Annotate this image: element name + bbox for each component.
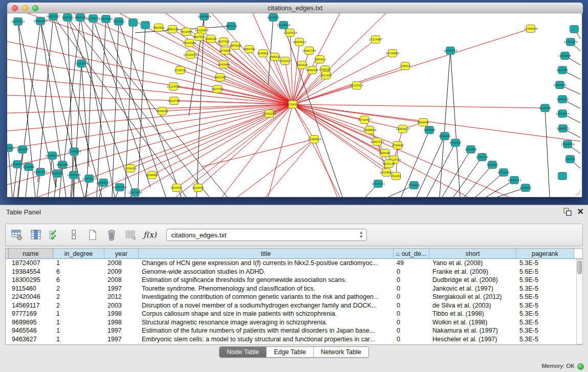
table-cell[interactable]: 2 <box>53 285 104 293</box>
table-cell[interactable]: 1998 <box>104 318 139 327</box>
table-cell[interactable]: 18724007 <box>9 259 53 268</box>
graph-node[interactable]: 9146821 <box>257 50 269 57</box>
graph-node[interactable]: 24055724 <box>11 18 25 26</box>
table-cell[interactable]: 22420046 <box>9 293 53 301</box>
graph-node[interactable]: 9329968 <box>559 52 571 60</box>
new-table-icon[interactable] <box>86 229 99 241</box>
graph-node[interactable]: 1393674 <box>16 146 29 154</box>
black-edge[interactable] <box>440 51 450 197</box>
graph-node[interactable]: 11548408 <box>524 25 537 33</box>
table-cell[interactable]: Jankovic et al. (1997) <box>429 285 516 293</box>
graph-node[interactable]: 16445794 <box>444 47 458 55</box>
table-cell[interactable]: 1998 <box>104 310 139 318</box>
red-edge[interactable] <box>266 139 314 197</box>
table-cell[interactable]: Franke et al. (2009) <box>429 268 516 276</box>
red-edge[interactable] <box>7 104 293 131</box>
graph-node[interactable]: 7663822 <box>153 24 164 32</box>
black-edge[interactable] <box>13 164 17 197</box>
graph-node[interactable]: 16782759 <box>113 184 126 191</box>
tab-node-table[interactable]: Node Table <box>220 347 267 357</box>
black-edge[interactable] <box>53 16 186 197</box>
red-edge[interactable] <box>202 139 314 167</box>
graph-node[interactable]: 17016504 <box>561 141 575 148</box>
graph-node[interactable]: 1615132 <box>383 160 395 168</box>
graph-node[interactable]: 1810755 <box>168 97 180 105</box>
graph-node[interactable]: 9245652 <box>519 184 531 192</box>
graph-node[interactable]: 1733426 <box>408 182 420 189</box>
table-row[interactable]: 946362711997Embryonic stem cells: a mode… <box>6 335 582 344</box>
graph-node[interactable]: 12923446 <box>128 189 142 196</box>
table-cell[interactable]: 1 <box>53 310 104 318</box>
table-cell[interactable]: Genome-wide association studies in ADHD. <box>139 268 394 276</box>
canvas-resize-grip[interactable] <box>574 189 581 196</box>
table-cell[interactable]: Hescheler et al. (1997) <box>429 335 516 344</box>
table-row[interactable]: 2242004622012Investigating the contribut… <box>6 293 582 301</box>
table-selector-dropdown[interactable]: citations_edges.txt ▲▼ <box>166 229 367 241</box>
graph-node[interactable]: 12213509 <box>167 83 180 91</box>
table-cell[interactable]: Estimation of the future numbers of pati… <box>139 326 394 335</box>
graph-node[interactable]: 9227341 <box>556 67 568 74</box>
graph-node[interactable]: 8471676 <box>497 169 509 177</box>
table-cell[interactable]: 2003 <box>104 301 139 310</box>
import-table-icon[interactable] <box>124 229 137 241</box>
table-cell[interactable]: 5.3E-5 <box>516 326 574 335</box>
table-cell[interactable]: Stergiakouli et al. (2012) <box>429 293 516 301</box>
graph-node[interactable]: 7932621 <box>486 161 498 169</box>
graph-node[interactable]: 7625401 <box>170 184 182 192</box>
graph-node[interactable]: 15751874 <box>564 38 578 46</box>
graph-node[interactable]: 2126059 <box>7 144 14 152</box>
table-cell[interactable]: 18300295 <box>9 276 53 285</box>
table-cell[interactable]: 0 <box>394 326 429 335</box>
graph-node[interactable]: 1640954 <box>423 126 435 134</box>
table-cell[interactable]: 0 <box>394 310 429 318</box>
column-header-name[interactable]: name <box>9 249 53 258</box>
table-cell[interactable]: Investigating the contribution of common… <box>139 293 394 301</box>
table-cell[interactable]: 9465546 <box>9 326 53 335</box>
table-row[interactable]: 977716911998Corpus callosum shape and si… <box>6 310 582 318</box>
table-cell[interactable]: 2009 <box>104 268 139 276</box>
black-edge[interactable] <box>26 167 29 197</box>
table-cell[interactable]: 9777169 <box>9 310 53 318</box>
graph-node[interactable]: 9097588 <box>56 161 68 169</box>
select-rows-icon[interactable] <box>49 229 61 241</box>
table-cell[interactable]: 0 <box>394 335 429 344</box>
red-edge[interactable] <box>293 104 545 108</box>
graph-node[interactable]: 7254023 <box>124 165 136 172</box>
graph-node[interactable]: 1244413 <box>556 96 568 103</box>
red-edge[interactable] <box>74 13 293 104</box>
black-edge[interactable] <box>442 149 471 197</box>
red-edge[interactable] <box>176 104 293 197</box>
table-cell[interactable]: 5.3E-5 <box>516 285 574 293</box>
table-cell[interactable]: Changes of HCN gene expression and I(f) … <box>139 259 394 268</box>
table-cell[interactable]: 2012 <box>104 293 139 301</box>
table-cell[interactable]: Corpus callosum shape and size in male p… <box>139 310 394 318</box>
graph-node[interactable]: 10653287 <box>47 13 60 20</box>
graph-node[interactable]: 9242848 <box>217 61 229 69</box>
graph-node[interactable]: 9827503 <box>193 33 205 41</box>
table-cell[interactable]: 9699695 <box>9 318 53 327</box>
graph-node[interactable]: 17957223 <box>82 175 96 183</box>
red-edge[interactable] <box>7 77 293 104</box>
graph-node[interactable]: 9984067 <box>379 149 390 157</box>
table-cell[interactable]: 1997 <box>104 335 139 344</box>
table-cell[interactable]: 9463627 <box>9 335 53 344</box>
attribute-table-icon[interactable] <box>11 229 23 241</box>
graph-node[interactable] <box>141 21 150 29</box>
float-panel-icon[interactable] <box>563 207 572 216</box>
table-cell[interactable]: Wolkin et al. (1998) <box>429 318 516 327</box>
table-cell[interactable]: 9115460 <box>9 285 53 293</box>
graph-node[interactable]: 1538022 <box>156 107 168 115</box>
table-cell[interactable]: 6 <box>53 276 104 285</box>
table-cell[interactable]: Tibbo et al. (1998) <box>429 310 516 318</box>
graph-node[interactable]: 9175685 <box>219 47 231 55</box>
graph-node[interactable]: 18300295 <box>263 110 276 118</box>
network-graph[interactable]: 1872400718300295766382298601255912954182… <box>7 13 582 197</box>
table-cell[interactable]: 6 <box>53 268 104 276</box>
black-edge[interactable] <box>464 165 492 197</box>
graph-node[interactable]: 2803144 <box>214 74 226 81</box>
black-edge[interactable] <box>80 17 115 197</box>
table-row[interactable]: 1872400712008Changes of HCN gene express… <box>6 259 582 268</box>
graph-node[interactable]: 2935114 <box>476 154 488 161</box>
column-select-icon[interactable] <box>30 229 42 241</box>
table-cell[interactable]: 5.3E-5 <box>516 259 574 268</box>
